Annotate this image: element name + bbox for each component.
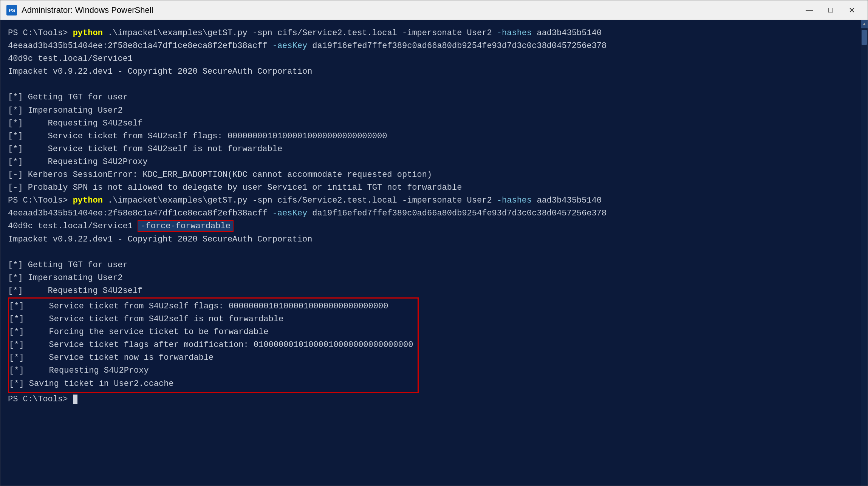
terminal-line-empty [8, 246, 860, 259]
terminal-line-force-forwardable: 40d9c test.local/Service1 -force-forward… [8, 220, 860, 233]
terminal-line-empty [8, 78, 860, 91]
terminal-line: [*] Service ticket flags after modificat… [9, 339, 413, 351]
title-bar: PS Administrator: Windows PowerShell — □… [0, 0, 868, 20]
terminal-line: [*] Saving ticket in User2.ccache [9, 378, 413, 390]
terminal-line: 40d9c test.local/Service1 [8, 53, 860, 65]
highlighted-section: [*] Service ticket from S4U2self flags: … [8, 297, 860, 393]
minimize-button[interactable]: — [800, 3, 819, 17]
terminal-line: [*] Getting TGT for user [8, 259, 860, 272]
terminal-line: [*] Service ticket from S4U2self is not … [9, 313, 413, 326]
close-button[interactable]: ✕ [842, 3, 862, 17]
window-controls: — □ ✕ [800, 3, 862, 17]
terminal-line: [*] Impersonating User2 [8, 104, 860, 117]
terminal-line: [*] Getting TGT for user [8, 91, 860, 104]
terminal-line: [*] Service ticket from S4U2self flags: … [8, 130, 860, 143]
terminal-line: [*] Impersonating User2 [8, 272, 860, 285]
terminal-line: PS C:\Tools> python .\impacket\examples\… [8, 27, 860, 40]
terminal-line: PS C:\Tools> python .\impacket\examples\… [8, 194, 860, 207]
scrollbar-thumb[interactable] [862, 30, 867, 45]
terminal-line: [*] Service ticket from S4U2self is not … [8, 143, 860, 156]
terminal-line: [*] Requesting S4U2Proxy [9, 364, 413, 377]
app-icon: PS [6, 5, 17, 15]
scrollbar[interactable]: ▲ [861, 20, 868, 486]
terminal-line: 4eeaad3b435b51404ee:2f58e8c1a47df1ce8eca… [8, 207, 860, 220]
terminal-line: [*] Service ticket from S4U2self flags: … [9, 300, 413, 313]
terminal-line: [*] Forcing the service ticket to be for… [9, 326, 413, 339]
terminal-line: [-] Probably SPN is not allowed to deleg… [8, 181, 860, 194]
maximize-button[interactable]: □ [821, 3, 840, 17]
terminal-line: [*] Requesting S4U2self [8, 285, 860, 297]
terminal-line: [*] Requesting S4U2self [8, 117, 860, 130]
force-forwardable-flag: -force-forwardable [138, 220, 234, 232]
scroll-up-arrow[interactable]: ▲ [861, 20, 868, 28]
terminal-line: [-] Kerberos SessionError: KDC_ERR_BADOP… [8, 169, 860, 181]
powershell-window: PS Administrator: Windows PowerShell — □… [0, 0, 868, 486]
terminal-line: 4eeaad3b435b51404ee:2f58e8c1a47df1ce8eca… [8, 40, 860, 53]
terminal-line: Impacket v0.9.22.dev1 - Copyright 2020 S… [8, 233, 860, 246]
terminal-line: [*] Requesting S4U2Proxy [8, 156, 860, 169]
terminal-prompt-end: PS C:\Tools> [8, 393, 860, 406]
svg-text:PS: PS [9, 8, 15, 13]
red-box: [*] Service ticket from S4U2self flags: … [8, 297, 419, 393]
terminal-output[interactable]: PS C:\Tools> python .\impacket\examples\… [0, 20, 868, 486]
terminal-line: Impacket v0.9.22.dev1 - Copyright 2020 S… [8, 65, 860, 78]
terminal-line: [*] Service ticket now is forwardable [9, 351, 413, 364]
window-title: Administrator: Windows PowerShell [22, 5, 800, 15]
